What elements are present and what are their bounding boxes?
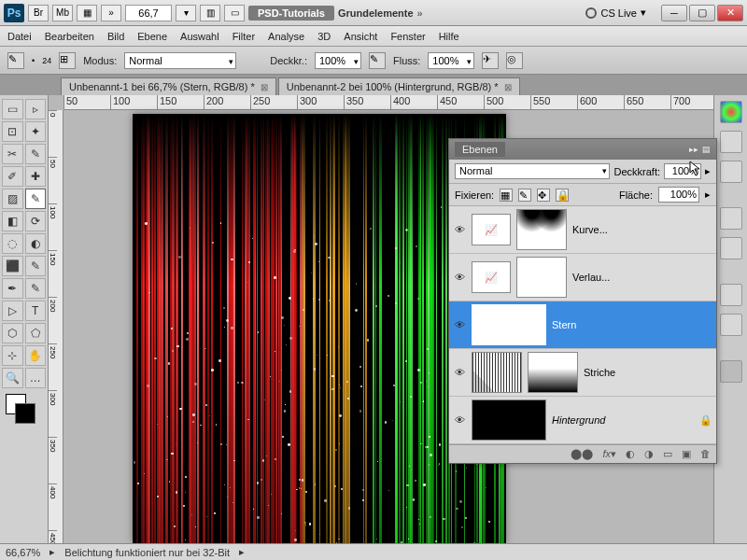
layer-name[interactable]: Hintergrund — [552, 414, 694, 426]
menu-hilfe[interactable]: Hilfe — [439, 31, 459, 42]
chevron-right-icon[interactable]: ▸ — [705, 165, 711, 177]
menu-bild[interactable]: Bild — [107, 31, 124, 42]
layer-opacity-field[interactable]: 100% — [664, 163, 701, 179]
tool-9[interactable]: ✎ — [25, 189, 47, 209]
tool-6[interactable]: ✐ — [2, 166, 23, 187]
maximize-button[interactable]: ▢ — [689, 5, 715, 21]
swatches-panel-icon[interactable] — [720, 131, 742, 153]
brush-tool-icon[interactable]: ✎ — [7, 52, 24, 69]
tool-20[interactable]: ⬡ — [2, 323, 23, 343]
layer-fx-icon[interactable]: fx▾ — [602, 448, 616, 460]
layer-name[interactable]: Striche — [584, 367, 712, 378]
visibility-toggle-icon[interactable]: 👁 — [453, 413, 466, 427]
tablet-opacity-icon[interactable]: ✎ — [369, 52, 386, 69]
lock-all-icon[interactable]: 🔒 — [556, 189, 569, 202]
tool-22[interactable]: ⊹ — [2, 345, 23, 366]
screen-mode-button[interactable]: ▭ — [224, 5, 245, 21]
adjustment-layer-icon[interactable]: ◑ — [644, 448, 654, 460]
chevron-right-icon[interactable]: » — [417, 7, 423, 19]
adjustments-panel-icon[interactable] — [720, 161, 742, 183]
close-tab-icon[interactable]: ⊠ — [504, 82, 512, 92]
lock-paint-icon[interactable]: ✎ — [518, 189, 531, 202]
fill-field[interactable]: 100% — [658, 187, 699, 203]
tool-16[interactable]: ✒ — [2, 278, 23, 299]
color-panel-icon[interactable] — [720, 101, 742, 123]
lock-position-icon[interactable]: ✥ — [537, 189, 550, 202]
tool-3[interactable]: ✦ — [25, 121, 47, 142]
tool-0[interactable]: ▭ — [2, 99, 23, 119]
workspace-tag[interactable]: PSD-Tutorials — [248, 6, 334, 21]
layer-row[interactable]: 👁📈Kurve... — [449, 206, 716, 254]
tool-19[interactable]: T — [25, 301, 47, 321]
tool-24[interactable]: 🔍 — [2, 368, 23, 388]
tool-7[interactable]: ✚ — [25, 166, 47, 187]
tool-25[interactable]: … — [25, 368, 47, 388]
menu-fenster[interactable]: Fenster — [390, 31, 425, 42]
menu-analyse[interactable]: Analyse — [268, 31, 304, 42]
menu-3d[interactable]: 3D — [317, 31, 331, 42]
close-button[interactable]: ✕ — [717, 5, 743, 21]
layer-blend-dropdown[interactable]: Normal — [455, 163, 610, 179]
tool-8[interactable]: ▨ — [2, 189, 23, 209]
layers-panel-icon[interactable] — [720, 360, 742, 383]
panel-menu-icon[interactable]: ▤ — [702, 145, 711, 154]
close-tab-icon[interactable]: ⊠ — [261, 82, 268, 92]
document-tab[interactable]: Unbenannt-1 bei 66,7% (Stern, RGB/8) *⊠ — [61, 77, 276, 95]
zoom-level-field[interactable]: 66,7 — [125, 5, 172, 21]
tablet-size-icon[interactable]: ◎ — [506, 52, 523, 69]
chevron-down-icon[interactable]: ▾ — [641, 7, 646, 19]
brush-panel-toggle[interactable]: ⊞ — [59, 52, 76, 69]
status-zoom[interactable]: 66,67% — [6, 547, 40, 558]
visibility-toggle-icon[interactable]: 👁 — [453, 318, 466, 331]
minimize-button[interactable]: ─ — [661, 5, 687, 21]
layer-row[interactable]: 👁Striche — [449, 349, 716, 397]
history-panel-icon[interactable] — [720, 207, 742, 230]
tool-13[interactable]: ◐ — [25, 233, 47, 254]
visibility-toggle-icon[interactable]: 👁 — [453, 223, 466, 236]
layer-row[interactable]: 👁Stern — [449, 301, 716, 349]
view-extras-button[interactable]: ▦ — [77, 5, 97, 21]
tool-4[interactable]: ✂ — [2, 144, 23, 164]
chevron-down-icon[interactable]: ▾ — [176, 5, 196, 21]
link-layers-icon[interactable]: ⬤⬤ — [571, 448, 593, 460]
character-panel-icon[interactable] — [720, 284, 742, 306]
layer-name[interactable]: Kurve... — [572, 224, 712, 235]
layer-name[interactable]: Stern — [552, 319, 712, 330]
layer-name[interactable]: Verlau... — [572, 272, 712, 283]
tool-1[interactable]: ▹ — [25, 99, 47, 119]
cslive-icon[interactable] — [585, 7, 597, 19]
paragraph-panel-icon[interactable] — [720, 314, 742, 336]
collapse-icon[interactable]: ▸▸ — [689, 145, 698, 154]
tool-10[interactable]: ◧ — [2, 211, 23, 231]
layer-group-icon[interactable]: ▭ — [663, 448, 672, 460]
tool-23[interactable]: ✋ — [25, 345, 47, 366]
menu-ebene[interactable]: Ebene — [137, 31, 167, 42]
cslive-label[interactable]: CS Live — [600, 7, 637, 19]
opacity-field[interactable]: 100% — [315, 52, 361, 69]
brush-size[interactable]: 24 — [42, 56, 51, 65]
menu-auswahl[interactable]: Auswahl — [180, 31, 219, 42]
minibridge-button[interactable]: Mb — [52, 5, 73, 21]
arrange-documents-button[interactable]: ▥ — [200, 5, 220, 21]
bridge-button[interactable]: Br — [28, 5, 49, 21]
document-tab[interactable]: Unbenannt-2 bei 100% (Hintergrund, RGB/8… — [278, 77, 520, 95]
menu-ansicht[interactable]: Ansicht — [344, 31, 377, 42]
airbrush-icon[interactable]: ✈ — [482, 52, 499, 69]
tool-17[interactable]: ✎ — [25, 278, 47, 299]
tool-5[interactable]: ✎ — [25, 144, 47, 164]
layer-row[interactable]: 👁📈Verlau... — [449, 254, 716, 301]
delete-layer-icon[interactable]: 🗑 — [700, 448, 711, 460]
color-swatch[interactable] — [2, 394, 46, 426]
layers-panel-header[interactable]: Ebenen ▸▸ ▤ — [449, 139, 716, 160]
blend-mode-dropdown[interactable]: Normal — [124, 52, 236, 69]
tool-18[interactable]: ▷ — [2, 301, 23, 321]
tool-2[interactable]: ⊡ — [2, 121, 23, 142]
menu-filter[interactable]: Filter — [233, 31, 255, 42]
tool-21[interactable]: ⬠ — [25, 323, 47, 343]
actions-panel-icon[interactable] — [720, 237, 742, 259]
tool-15[interactable]: ✎ — [25, 256, 47, 276]
chevron-right-icon[interactable]: ▸ — [705, 189, 711, 201]
tool-14[interactable]: ⬛ — [2, 256, 23, 276]
menu-datei[interactable]: Datei — [7, 31, 32, 42]
flow-field[interactable]: 100% — [428, 52, 474, 69]
